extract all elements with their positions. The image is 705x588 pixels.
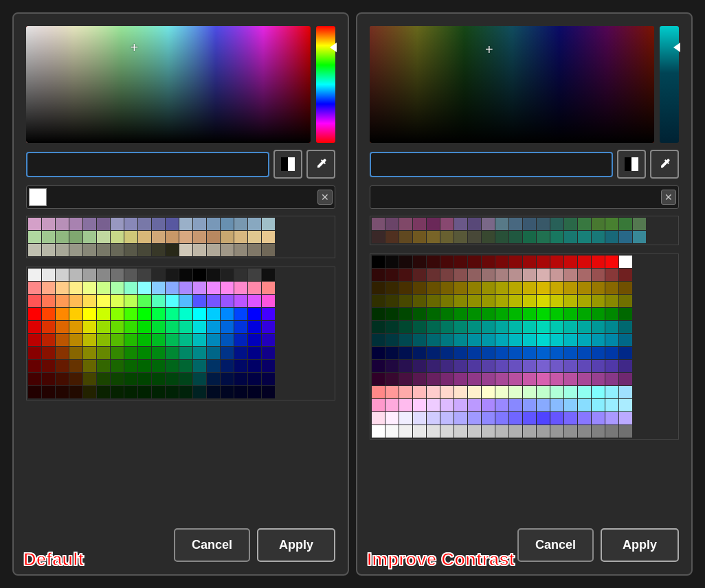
color-swatch[interactable] [97, 347, 110, 359]
color-swatch[interactable] [138, 360, 151, 372]
color-swatch[interactable] [207, 308, 220, 320]
color-swatch[interactable] [56, 360, 69, 372]
color-swatch[interactable] [28, 244, 41, 256]
color-swatch[interactable] [207, 321, 220, 333]
color-swatch[interactable] [605, 373, 618, 385]
color-swatch[interactable] [619, 347, 632, 359]
cancel-button[interactable]: Cancel [517, 528, 594, 562]
color-swatch[interactable] [454, 425, 467, 438]
color-swatch[interactable] [69, 269, 82, 281]
color-swatch[interactable] [97, 231, 110, 243]
color-swatch[interactable] [509, 282, 522, 294]
color-swatch[interactable] [248, 386, 261, 398]
color-swatch[interactable] [399, 321, 412, 333]
color-swatch[interactable] [83, 334, 96, 346]
color-swatch[interactable] [193, 308, 206, 320]
color-swatch[interactable] [56, 386, 69, 398]
color-swatch[interactable] [207, 386, 220, 398]
color-swatch[interactable] [619, 386, 632, 398]
color-swatch[interactable] [56, 231, 69, 243]
color-swatch[interactable] [495, 308, 508, 320]
color-swatch[interactable] [248, 244, 261, 256]
color-swatch[interactable] [234, 386, 247, 398]
color-swatch[interactable] [42, 360, 55, 372]
color-swatch[interactable] [482, 334, 495, 346]
color-swatch[interactable] [372, 269, 385, 281]
color-swatch[interactable] [97, 218, 110, 230]
color-swatch[interactable] [482, 386, 495, 398]
color-swatch[interactable] [454, 373, 467, 385]
color-swatch[interactable] [234, 334, 247, 346]
color-swatch[interactable] [523, 231, 536, 243]
color-swatch[interactable] [468, 269, 481, 281]
color-swatch[interactable] [166, 373, 179, 385]
color-swatch[interactable] [166, 269, 179, 281]
color-swatch[interactable] [440, 218, 454, 230]
color-swatch[interactable] [413, 269, 426, 281]
color-swatch[interactable] [111, 244, 124, 256]
color-swatch[interactable] [56, 334, 69, 346]
color-swatch[interactable] [427, 373, 440, 385]
color-swatch[interactable] [564, 373, 577, 385]
color-swatch[interactable] [234, 360, 247, 372]
color-swatch[interactable] [399, 360, 412, 372]
color-swatch[interactable] [578, 334, 591, 346]
color-swatch[interactable] [28, 334, 41, 346]
color-swatch[interactable] [111, 218, 124, 230]
color-swatch[interactable] [454, 231, 467, 243]
hue-slider[interactable] [660, 26, 679, 143]
color-swatch[interactable] [509, 412, 522, 425]
color-swatch[interactable] [605, 231, 618, 243]
color-swatch[interactable] [454, 295, 467, 307]
color-swatch[interactable] [454, 269, 467, 281]
color-swatch[interactable] [427, 282, 440, 294]
color-swatch[interactable] [111, 386, 124, 398]
color-swatch[interactable] [207, 244, 220, 256]
color-swatch[interactable] [564, 231, 577, 243]
color-swatch[interactable] [42, 373, 55, 385]
color-swatch[interactable] [166, 244, 179, 256]
color-swatch[interactable] [564, 218, 577, 230]
color-swatch[interactable] [468, 295, 481, 307]
color-swatch[interactable] [221, 347, 234, 359]
color-swatch[interactable] [83, 360, 96, 372]
color-swatch[interactable] [179, 373, 192, 385]
color-swatch[interactable] [179, 347, 192, 359]
color-swatch[interactable] [592, 373, 605, 385]
color-swatch[interactable] [372, 218, 385, 230]
color-swatch[interactable] [509, 334, 522, 346]
color-swatch[interactable] [207, 231, 220, 243]
color-swatch[interactable] [221, 295, 234, 307]
color-swatch[interactable] [509, 399, 522, 411]
color-swatch[interactable] [495, 360, 508, 372]
color-swatch[interactable] [372, 386, 385, 398]
color-swatch[interactable] [111, 295, 124, 307]
color-swatch[interactable] [482, 231, 495, 243]
color-swatch[interactable] [193, 231, 206, 243]
color-swatch[interactable] [28, 386, 41, 398]
color-swatch[interactable] [537, 373, 550, 385]
color-swatch[interactable] [69, 295, 82, 307]
color-swatch[interactable] [234, 373, 247, 385]
color-swatch[interactable] [69, 231, 82, 243]
color-swatch[interactable] [440, 373, 454, 385]
color-swatch[interactable] [399, 386, 412, 398]
color-swatch[interactable] [97, 308, 110, 320]
color-swatch[interactable] [619, 295, 632, 307]
color-swatch[interactable] [509, 269, 522, 281]
color-swatch[interactable] [495, 347, 508, 359]
color-swatch[interactable] [42, 244, 55, 256]
color-swatch[interactable] [605, 295, 618, 307]
color-swatch[interactable] [28, 282, 41, 294]
color-swatch[interactable] [83, 308, 96, 320]
color-swatch[interactable] [592, 425, 605, 438]
color-swatch[interactable] [385, 373, 399, 385]
color-swatch[interactable] [523, 386, 536, 398]
color-swatch[interactable] [413, 321, 426, 333]
color-swatch[interactable] [372, 425, 385, 438]
color-swatch[interactable] [124, 373, 137, 385]
color-swatch[interactable] [97, 334, 110, 346]
color-swatch[interactable] [372, 334, 385, 346]
color-swatch[interactable] [124, 347, 137, 359]
color-swatch[interactable] [550, 269, 563, 281]
